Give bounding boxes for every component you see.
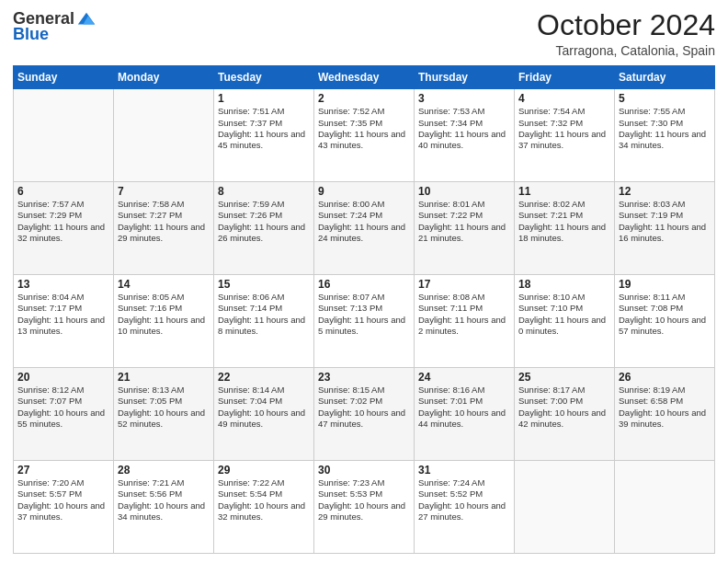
calendar-cell: 10Sunrise: 8:01 AMSunset: 7:22 PMDayligh… [415,182,515,275]
calendar-cell: 16Sunrise: 8:07 AMSunset: 7:13 PMDayligh… [314,275,415,368]
day-number: 30 [318,464,410,477]
day-number: 3 [418,92,510,105]
day-info: Sunset: 7:07 PM [17,396,109,407]
day-info: Daylight: 11 hours and 37 minutes. [518,129,610,152]
day-info: Sunrise: 8:00 AM [318,199,410,210]
day-number: 27 [17,464,109,477]
day-info: Sunrise: 8:05 AM [118,292,210,303]
day-number: 28 [118,464,210,477]
day-info: Sunset: 7:26 PM [218,210,310,221]
calendar-table: SundayMondayTuesdayWednesdayThursdayFrid… [13,65,715,554]
title-block: October 2024 Tarragona, Catalonia, Spain [537,9,715,58]
day-info: Sunset: 7:08 PM [619,303,711,314]
day-info: Sunrise: 7:53 AM [418,106,510,117]
day-info: Sunrise: 8:04 AM [17,292,109,303]
day-number: 9 [318,185,410,198]
day-info: Daylight: 11 hours and 18 minutes. [518,222,610,245]
day-info: Sunset: 7:37 PM [218,118,310,129]
day-info: Sunrise: 7:57 AM [17,199,109,210]
day-info: Sunset: 7:00 PM [518,396,610,407]
calendar-cell: 19Sunrise: 8:11 AMSunset: 7:08 PMDayligh… [615,275,715,368]
calendar-week-row: 27Sunrise: 7:20 AMSunset: 5:57 PMDayligh… [14,461,715,554]
day-number: 26 [619,371,711,384]
day-of-week-header: Saturday [615,66,715,89]
day-info: Sunset: 7:14 PM [218,303,310,314]
day-of-week-header: Thursday [415,66,515,89]
day-info: Sunrise: 8:13 AM [118,385,210,396]
day-info: Daylight: 11 hours and 5 minutes. [318,315,410,338]
day-info: Daylight: 10 hours and 39 minutes. [619,408,711,431]
location-title: Tarragona, Catalonia, Spain [537,43,715,58]
page: General Blue October 2024 Tarragona, Cat… [0,0,728,563]
day-of-week-header: Friday [515,66,615,89]
day-info: Daylight: 11 hours and 2 minutes. [418,315,510,338]
calendar-cell: 11Sunrise: 8:02 AMSunset: 7:21 PMDayligh… [515,182,615,275]
day-number: 11 [518,185,610,198]
calendar-cell: 23Sunrise: 8:15 AMSunset: 7:02 PMDayligh… [314,368,415,461]
day-number: 18 [518,278,610,291]
day-info: Daylight: 11 hours and 0 minutes. [518,315,610,338]
day-info: Sunset: 7:30 PM [619,118,711,129]
calendar-cell: 8Sunrise: 7:59 AMSunset: 7:26 PMDaylight… [214,182,314,275]
day-info: Sunset: 7:22 PM [418,210,510,221]
day-number: 16 [318,278,410,291]
day-info: Sunrise: 8:15 AM [318,385,410,396]
day-number: 24 [418,371,510,384]
calendar-cell [14,89,114,182]
day-info: Sunrise: 8:07 AM [318,292,410,303]
day-info: Daylight: 10 hours and 57 minutes. [619,315,711,338]
calendar-cell: 30Sunrise: 7:23 AMSunset: 5:53 PMDayligh… [314,461,415,554]
day-info: Sunrise: 8:06 AM [218,292,310,303]
calendar-cell: 21Sunrise: 8:13 AMSunset: 7:05 PMDayligh… [114,368,214,461]
day-info: Daylight: 10 hours and 55 minutes. [17,408,109,431]
day-info: Sunset: 7:19 PM [619,210,711,221]
day-info: Sunrise: 7:54 AM [518,106,610,117]
day-number: 4 [518,92,610,105]
day-info: Daylight: 11 hours and 45 minutes. [218,129,310,152]
day-info: Sunrise: 8:08 AM [418,292,510,303]
day-of-week-header: Monday [114,66,214,89]
day-info: Daylight: 11 hours and 21 minutes. [418,222,510,245]
day-info: Sunrise: 7:51 AM [218,106,310,117]
day-info: Sunset: 7:04 PM [218,396,310,407]
day-info: Daylight: 11 hours and 26 minutes. [218,222,310,245]
day-info: Daylight: 11 hours and 16 minutes. [619,222,711,245]
calendar-cell: 15Sunrise: 8:06 AMSunset: 7:14 PMDayligh… [214,275,314,368]
day-info: Sunset: 5:57 PM [17,488,109,500]
day-info: Sunset: 5:53 PM [318,488,410,500]
calendar-cell: 24Sunrise: 8:16 AMSunset: 7:01 PMDayligh… [415,368,515,461]
day-info: Daylight: 10 hours and 34 minutes. [118,500,210,523]
calendar-cell: 26Sunrise: 8:19 AMSunset: 6:58 PMDayligh… [615,368,715,461]
day-info: Sunset: 7:16 PM [118,303,210,314]
calendar-cell: 14Sunrise: 8:05 AMSunset: 7:16 PMDayligh… [114,275,214,368]
calendar-cell [615,461,715,554]
day-info: Sunrise: 8:03 AM [619,199,711,210]
calendar-cell: 1Sunrise: 7:51 AMSunset: 7:37 PMDaylight… [214,89,314,182]
day-number: 23 [318,371,410,384]
day-info: Daylight: 10 hours and 32 minutes. [218,500,310,523]
calendar-week-row: 1Sunrise: 7:51 AMSunset: 7:37 PMDaylight… [14,89,715,182]
header: General Blue October 2024 Tarragona, Cat… [13,9,715,58]
day-info: Sunset: 5:54 PM [218,488,310,500]
calendar-cell: 12Sunrise: 8:03 AMSunset: 7:19 PMDayligh… [615,182,715,275]
day-info: Sunrise: 7:58 AM [118,199,210,210]
day-info: Sunrise: 7:24 AM [418,477,510,488]
day-info: Sunrise: 8:10 AM [518,292,610,303]
day-number: 5 [619,92,711,105]
day-info: Sunrise: 8:16 AM [418,385,510,396]
day-number: 7 [118,185,210,198]
calendar-cell [515,461,615,554]
logo-icon [76,9,97,29]
day-info: Sunrise: 7:23 AM [318,477,410,488]
calendar-cell: 29Sunrise: 7:22 AMSunset: 5:54 PMDayligh… [214,461,314,554]
day-info: Sunset: 7:35 PM [318,118,410,129]
day-info: Daylight: 10 hours and 27 minutes. [418,500,510,523]
logo-blue-text: Blue [13,26,49,44]
calendar-cell: 27Sunrise: 7:20 AMSunset: 5:57 PMDayligh… [14,461,114,554]
day-info: Sunrise: 7:22 AM [218,477,310,488]
calendar-week-row: 13Sunrise: 8:04 AMSunset: 7:17 PMDayligh… [14,275,715,368]
day-number: 19 [619,278,711,291]
day-number: 14 [118,278,210,291]
calendar-header-row: SundayMondayTuesdayWednesdayThursdayFrid… [14,66,715,89]
month-title: October 2024 [537,9,715,41]
